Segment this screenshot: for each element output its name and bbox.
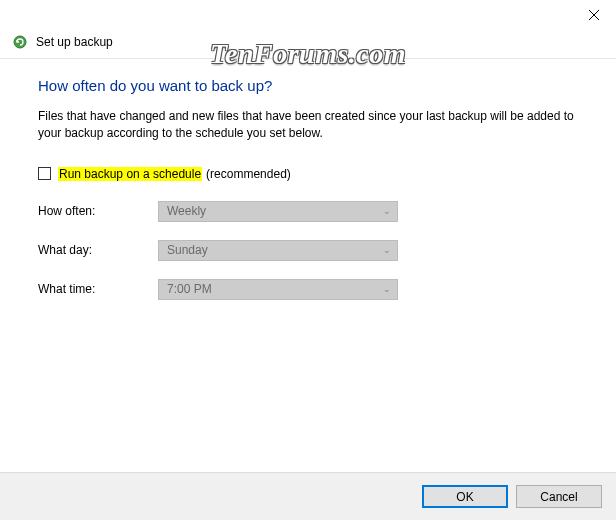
chevron-down-icon: ⌄: [383, 245, 391, 255]
ok-button[interactable]: OK: [422, 485, 508, 508]
what-time-row: What time: 7:00 PM ⌄: [38, 279, 578, 300]
what-day-label: What day:: [38, 243, 158, 257]
what-time-dropdown[interactable]: 7:00 PM ⌄: [158, 279, 398, 300]
close-icon: [589, 10, 599, 20]
what-day-row: What day: Sunday ⌄: [38, 240, 578, 261]
schedule-checkbox-label-highlighted: Run backup on a schedule: [58, 167, 202, 181]
schedule-checkbox-row[interactable]: Run backup on a schedule (recommended): [38, 167, 578, 181]
chevron-down-icon: ⌄: [383, 284, 391, 294]
svg-point-2: [14, 36, 26, 48]
how-often-row: How often: Weekly ⌄: [38, 201, 578, 222]
backup-icon: [12, 34, 28, 50]
what-time-label: What time:: [38, 282, 158, 296]
chevron-down-icon: ⌄: [383, 206, 391, 216]
what-day-value: Sunday: [167, 243, 208, 257]
how-often-value: Weekly: [167, 204, 206, 218]
close-button[interactable]: [571, 0, 616, 30]
cancel-button[interactable]: Cancel: [516, 485, 602, 508]
schedule-checkbox-label-suffix: (recommended): [206, 167, 291, 181]
window-title: Set up backup: [36, 35, 113, 49]
what-day-dropdown[interactable]: Sunday ⌄: [158, 240, 398, 261]
what-time-value: 7:00 PM: [167, 282, 212, 296]
content-area: How often do you want to back up? Files …: [0, 59, 616, 300]
window-header: Set up backup: [0, 30, 616, 58]
page-description: Files that have changed and new files th…: [38, 108, 578, 143]
how-often-label: How often:: [38, 204, 158, 218]
how-often-dropdown[interactable]: Weekly ⌄: [158, 201, 398, 222]
titlebar: [0, 0, 616, 30]
schedule-checkbox[interactable]: [38, 167, 51, 180]
dialog-footer: OK Cancel: [0, 472, 616, 520]
page-heading: How often do you want to back up?: [38, 77, 578, 94]
